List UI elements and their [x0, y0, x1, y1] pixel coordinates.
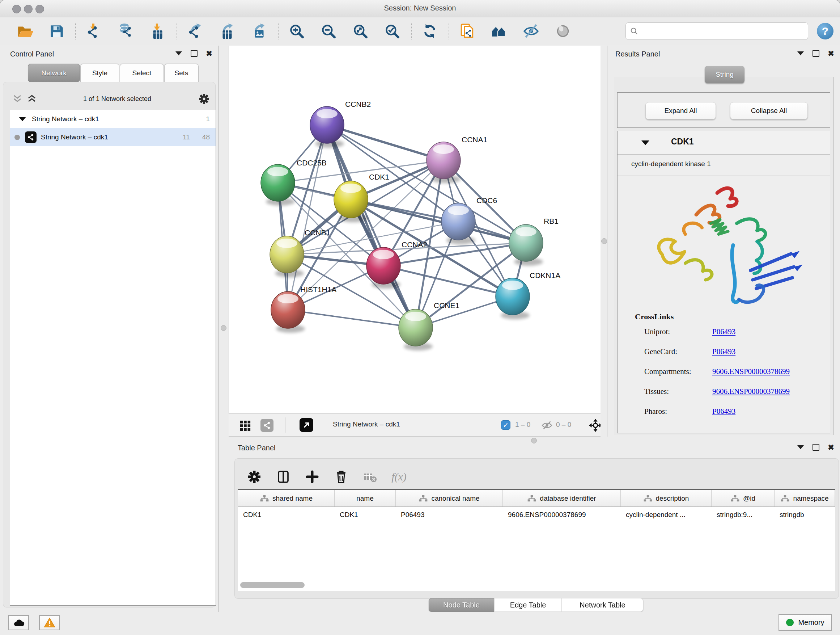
expand-all-button[interactable]: Expand All: [645, 102, 716, 119]
results-panel-close-icon[interactable]: ✖: [827, 49, 835, 57]
import-network-button[interactable]: [85, 22, 103, 40]
help-button[interactable]: ?: [817, 23, 834, 40]
column-header-@id[interactable]: @id: [712, 490, 775, 507]
column-header-name[interactable]: name: [335, 490, 396, 507]
zoom-fit-button[interactable]: [352, 22, 369, 40]
warnings-button[interactable]: [39, 615, 60, 630]
edge-CCNB2-CCNE1[interactable]: [327, 125, 416, 328]
tab-select[interactable]: Select: [120, 64, 164, 82]
add-table-button[interactable]: [303, 468, 321, 486]
network-canvas[interactable]: CCNB2CCNA1CDC25BCDK1CDC6RB1CCNB1CCNA2CDK…: [229, 46, 600, 413]
column-header-canonical-name[interactable]: canonical name: [396, 490, 503, 507]
tab-edge-table[interactable]: Edge Table: [494, 598, 562, 612]
results-panel: Results Panel ✖ String Expand All Collap…: [607, 46, 840, 437]
selected-checkbox[interactable]: ✓: [501, 420, 510, 430]
open-in-new-icon[interactable]: [300, 418, 313, 432]
results-panel-float-icon[interactable]: [812, 49, 820, 57]
hide-selected-button[interactable]: [523, 22, 540, 40]
network-from-selection-button[interactable]: [459, 22, 476, 40]
results-panel-collapse-icon[interactable]: [797, 49, 805, 57]
tree-expand-caret-icon[interactable]: [19, 117, 26, 121]
column-header-namespace[interactable]: namespace: [775, 490, 835, 507]
tab-string[interactable]: String: [705, 66, 745, 83]
edge-CDK1-RB1[interactable]: [351, 200, 526, 243]
gene-card-header[interactable]: CDK1: [617, 131, 830, 155]
zoom-in-button[interactable]: [288, 22, 305, 40]
grid-view-icon[interactable]: [240, 420, 251, 432]
node-CCNE1[interactable]: [399, 309, 433, 350]
crosslink-row: Tissues: 9606.ENSP00000378699: [617, 387, 830, 402]
collapse-all-button[interactable]: Collapse All: [730, 102, 808, 119]
open-file-button[interactable]: [16, 22, 33, 40]
export-table-button[interactable]: [218, 22, 236, 40]
shared-column-icon: [780, 495, 790, 502]
network-row-selected[interactable]: String Network – cdk1 11 48: [10, 128, 216, 146]
export-network-button[interactable]: [187, 22, 204, 40]
crosslink-link[interactable]: P06493: [712, 327, 736, 336]
column-header-shared-name[interactable]: shared name: [238, 490, 335, 507]
expand-all-icon[interactable]: [27, 94, 36, 103]
table-row[interactable]: CDK1CDK1P064939606.ENSP00000378699cyclin…: [238, 507, 835, 523]
gear-table-button[interactable]: [246, 468, 263, 486]
table-panel-float-icon[interactable]: [812, 443, 820, 451]
node-CCNB1[interactable]: [270, 236, 304, 277]
column-header-description[interactable]: description: [621, 490, 712, 507]
refresh-button[interactable]: [421, 22, 439, 40]
node-RB1[interactable]: [509, 225, 543, 266]
right-splitter-handle[interactable]: [601, 238, 607, 244]
columns-table-button[interactable]: [275, 468, 292, 486]
node-CDK1[interactable]: [334, 181, 368, 222]
crosslink-link[interactable]: 9606.ENSP00000378699: [712, 387, 790, 396]
table-panel-close-icon[interactable]: ✖: [827, 443, 835, 451]
table-panel-collapse-icon[interactable]: [797, 443, 805, 451]
tab-node-table[interactable]: Node Table: [429, 598, 494, 612]
gene-card-caret-icon[interactable]: [641, 141, 649, 145]
open-file-icon: [16, 23, 33, 40]
tab-sets[interactable]: Sets: [164, 64, 199, 82]
shared-column-icon: [527, 495, 537, 502]
node-CCNA1[interactable]: [426, 142, 461, 183]
cloud-icon: [13, 617, 25, 629]
node-CDC6[interactable]: [441, 203, 475, 244]
fx-table-button[interactable]: f(x): [390, 468, 408, 486]
table-hscrollbar-thumb[interactable]: [240, 582, 305, 588]
crosslink-link[interactable]: P06493: [712, 347, 736, 356]
left-splitter-handle[interactable]: [221, 325, 226, 331]
export-image-button[interactable]: [250, 22, 268, 40]
horizontal-splitter-handle[interactable]: [531, 438, 537, 443]
control-panel-collapse-icon[interactable]: [175, 49, 183, 57]
edge-HIST1H1A-CCNE1[interactable]: [288, 310, 416, 328]
import-table-button[interactable]: [149, 22, 166, 40]
zoom-out-button[interactable]: [320, 22, 337, 40]
memory-button[interactable]: Memory: [778, 614, 832, 631]
node-CDKN1A[interactable]: [496, 278, 530, 319]
search-input[interactable]: [641, 27, 804, 35]
tab-network-table[interactable]: Network Table: [562, 598, 643, 612]
search-box[interactable]: [625, 22, 808, 40]
tab-network[interactable]: Network: [28, 64, 80, 82]
node-CCNA2[interactable]: [366, 247, 401, 288]
column-header-database-identifier[interactable]: database identifier: [503, 490, 621, 507]
cloud-button[interactable]: [8, 615, 29, 630]
node-CDC25B[interactable]: [261, 165, 295, 206]
control-panel-float-icon[interactable]: [190, 49, 198, 57]
zoom-selected-button[interactable]: [384, 22, 401, 40]
network-options-gear-icon[interactable]: [198, 93, 210, 105]
save-button[interactable]: [48, 22, 65, 40]
network-share-icon[interactable]: [261, 419, 273, 432]
tab-style[interactable]: Style: [80, 64, 119, 82]
network-collection-row[interactable]: String Network – cdk1 1: [10, 110, 216, 128]
node-HIST1H1A[interactable]: [271, 291, 305, 333]
delete-table-table-button[interactable]: [362, 468, 379, 486]
trash-table-button[interactable]: [332, 468, 350, 486]
collapse-all-icon[interactable]: [13, 94, 22, 103]
show-all-button[interactable]: [554, 22, 572, 40]
edge-CCNB2-CCNA1[interactable]: [327, 125, 444, 160]
first-neighbors-button[interactable]: [491, 22, 508, 40]
crosslink-link[interactable]: P06493: [712, 407, 736, 416]
search-icon: [630, 27, 638, 35]
shared-column-icon: [260, 495, 269, 502]
import-database-button[interactable]: [117, 22, 134, 40]
crosslink-link[interactable]: 9606.ENSP00000378699: [712, 367, 790, 376]
control-panel-close-icon[interactable]: ✖: [205, 49, 213, 57]
